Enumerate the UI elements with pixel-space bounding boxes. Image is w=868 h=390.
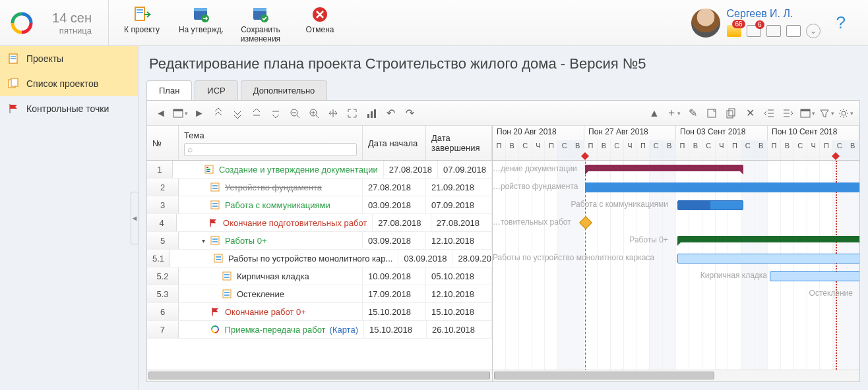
row-number: 5.2: [147, 267, 179, 285]
zoom-out-icon[interactable]: [286, 105, 303, 122]
tab-extra[interactable]: Дополнительно: [241, 80, 328, 100]
gantt-bar[interactable]: 50%: [677, 200, 743, 210]
to-approval-button[interactable]: На утвержд.: [171, 3, 231, 36]
edit-icon[interactable]: ✎: [684, 105, 701, 122]
table-row[interactable]: 4Окончание подготовительных работ27.08.2…: [147, 214, 492, 232]
row-number: 6: [147, 303, 179, 320]
gantt-bar[interactable]: [770, 271, 859, 281]
col-start[interactable]: Дата начала: [363, 126, 426, 160]
indent-icon[interactable]: [780, 105, 797, 122]
save-changes-button[interactable]: Сохранить изменения: [231, 3, 290, 45]
fullscreen-icon[interactable]: [344, 105, 361, 122]
row-number: 7: [147, 321, 179, 338]
task-type-icon: [210, 307, 221, 316]
gantt-bar[interactable]: [585, 165, 743, 171]
row-topic: Приемка-передача работ (Карта): [179, 321, 364, 338]
calendar-tool-icon[interactable]: [799, 105, 816, 122]
forward-icon[interactable]: ►: [191, 105, 208, 122]
fit-icon[interactable]: [325, 105, 342, 122]
sidebar-item-project-list[interactable]: Список проектов: [0, 71, 138, 96]
sidebar-item-projects[interactable]: Проекты: [0, 46, 138, 71]
cancel-button[interactable]: Отмена: [290, 3, 350, 36]
collapse-all-icon[interactable]: [210, 105, 227, 122]
add-icon[interactable]: ＋: [665, 105, 682, 122]
svg-rect-53: [224, 294, 230, 296]
day-header: В: [663, 140, 676, 160]
milestone-diamond[interactable]: [579, 216, 592, 229]
row-number: 2: [147, 179, 179, 196]
day-header: С: [650, 140, 663, 160]
row-start: 10.09.2018: [363, 267, 426, 285]
tab-wbs[interactable]: ИСР: [195, 80, 237, 100]
table-row[interactable]: 2Устройство фундамента27.08.201821.09.20…: [147, 179, 492, 196]
gantt-bar[interactable]: [677, 254, 859, 264]
col-end[interactable]: Дата завершения: [426, 126, 492, 160]
filter-icon[interactable]: [818, 105, 835, 122]
task-type-icon: [210, 200, 221, 209]
user-menu-chevron-icon[interactable]: ⌄: [806, 24, 821, 38]
day-header: П: [728, 140, 741, 160]
gantt-bar[interactable]: [677, 236, 859, 242]
day-header: Ч: [624, 140, 637, 160]
expand-node-icon[interactable]: [267, 105, 284, 122]
col-topic[interactable]: Тема: [179, 126, 363, 160]
svg-rect-44: [212, 241, 218, 242]
gantt-hscroll[interactable]: [493, 370, 859, 381]
row-number: 5.3: [147, 285, 179, 302]
row-topic: Работа с коммуникациями: [179, 196, 363, 213]
sidebar-collapse-button[interactable]: ◄: [131, 192, 139, 244]
task-grid: № Тема Дата начала Дата завершения 1Созд…: [147, 126, 493, 381]
user-name[interactable]: Сергеев И. Л.: [727, 8, 821, 20]
grid-hscroll[interactable]: [147, 370, 492, 381]
table-row[interactable]: 1Создание и утверждение документации27.0…: [147, 161, 492, 179]
col-number[interactable]: №: [147, 126, 179, 160]
row-end: 21.09.2018: [426, 179, 492, 196]
table-row[interactable]: 3Работа с коммуникациями03.09.201807.09.…: [147, 196, 492, 214]
row-start: 03.09.2018: [363, 196, 426, 213]
svg-rect-46: [216, 256, 221, 258]
table-row[interactable]: 5.3Остекление17.09.201812.10.2018: [147, 285, 492, 303]
table-row[interactable]: 7Приемка-передача работ (Карта)15.10.201…: [147, 321, 492, 339]
calendar-icon[interactable]: [786, 25, 801, 37]
collapse-node-icon[interactable]: [248, 105, 265, 122]
undo-icon[interactable]: ↶: [382, 105, 399, 122]
tab-plan[interactable]: План: [146, 80, 192, 100]
row-end: 27.08.2018: [431, 214, 492, 231]
to-project-button[interactable]: К проекту: [112, 3, 171, 36]
outdent-icon[interactable]: [760, 105, 778, 122]
sidebar-item-milestones[interactable]: Контрольные точки: [0, 96, 138, 121]
copy-icon[interactable]: [722, 105, 739, 122]
row-end: 07.09.2018: [438, 161, 492, 178]
date-block: 14 сен пятница: [46, 11, 92, 36]
svg-rect-45: [214, 254, 222, 262]
row-number: 5: [147, 232, 179, 249]
table-row[interactable]: 5.1Работы по устройство монолитного кар.…: [147, 250, 492, 267]
week-header: Пон 20 Авг 2018: [493, 126, 584, 140]
tasks-icon[interactable]: [766, 25, 781, 37]
redo-icon[interactable]: ↷: [401, 105, 418, 122]
expand-all-icon[interactable]: [229, 105, 246, 122]
goto-date-icon[interactable]: [171, 105, 189, 122]
settings-icon[interactable]: [837, 105, 854, 122]
mail-icon[interactable]: 66: [727, 25, 741, 37]
critical-path-icon[interactable]: ▲: [646, 105, 663, 122]
main: Редактирование плана проекта Строительст…: [139, 46, 868, 390]
gantt-toolbar: ◄ ► ↶ ↷ ▲ ＋ ✎: [147, 101, 859, 126]
chart-icon[interactable]: [363, 105, 380, 122]
table-row[interactable]: 5▾Работы 0+03.09.201812.10.2018: [147, 232, 492, 250]
search-input[interactable]: [184, 143, 357, 156]
row-end: 15.10.2018: [426, 303, 492, 320]
avatar[interactable]: [691, 9, 720, 38]
help-button[interactable]: ?: [827, 13, 855, 33]
back-icon[interactable]: ◄: [152, 105, 170, 122]
table-row[interactable]: 5.2Кирпичная кладка10.09.201805.10.2018: [147, 267, 492, 285]
table-row[interactable]: 6Окончание работ 0+15.10.201815.10.2018: [147, 303, 492, 321]
zoom-in-icon[interactable]: [305, 105, 323, 122]
notification-icon[interactable]: 6: [747, 25, 761, 37]
svg-rect-8: [194, 8, 207, 11]
day-header: С: [519, 140, 532, 160]
gantt-bar[interactable]: [585, 182, 859, 192]
delete-icon[interactable]: ✕: [741, 105, 759, 122]
task-type-icon: [214, 254, 224, 263]
note-icon[interactable]: [703, 105, 720, 122]
